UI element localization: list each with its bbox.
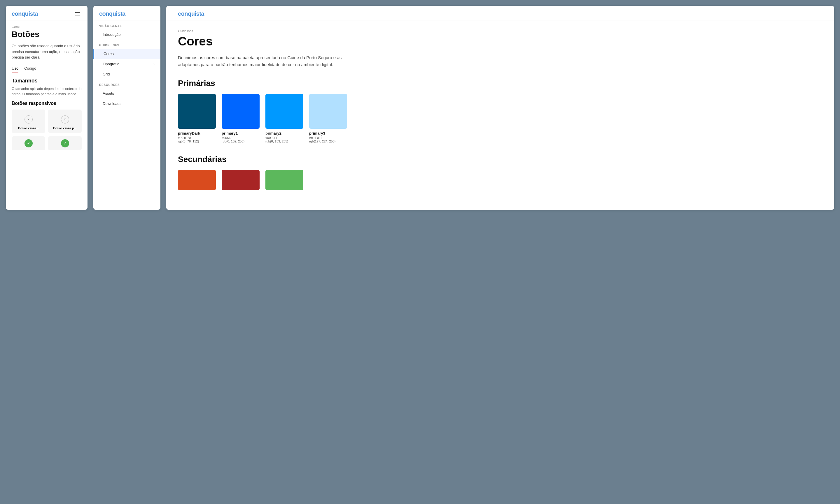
nav-item-downloads-label: Downloads (103, 102, 121, 106)
logo-qu: qu (21, 11, 28, 17)
button-card-2: × Botão cinza p... (48, 110, 82, 133)
secondary-swatch-secondary3 (265, 170, 303, 190)
color-swatch-primaryDark (178, 94, 216, 129)
nav-header: conquista (93, 6, 160, 20)
main-logo: conquista (178, 11, 823, 17)
nav-item-introducao-label: Introdução (103, 32, 120, 37)
mobile-panel-header: conquista (6, 6, 87, 20)
green-circle-1: ✓ (24, 139, 33, 147)
nav-item-tipografia[interactable]: Tipografia › (93, 59, 160, 69)
mobile-tabs: Uso Código (12, 66, 82, 73)
nav-section-visao-geral: VISÃO GERAL (93, 20, 160, 30)
color-hex-primary3: #B1E0FF (309, 136, 347, 140)
mobile-section-tamanhos: Tamanhos (12, 78, 82, 84)
hamburger-line-2 (75, 14, 80, 14)
color-card-sec-secondary1 (178, 170, 216, 190)
tab-codigo[interactable]: Código (24, 66, 36, 73)
color-card-sec-secondary3 (265, 170, 303, 190)
logo: conquista (12, 11, 38, 17)
nav-item-tipografia-label: Tipografia (103, 62, 119, 66)
color-name-primary3: primary3 (309, 131, 347, 136)
nav-logo-ista: ista (116, 11, 125, 17)
button-card-icon-1: × (24, 115, 33, 124)
color-hex-primaryDark: #004E70 (178, 136, 216, 140)
hamburger-line-1 (75, 12, 80, 13)
button-card-1: × Botão cinza... (12, 110, 45, 133)
color-card-primary1: primary1 #0066FF rgb(0, 102, 255) (222, 94, 260, 143)
nav-item-grid[interactable]: Grid (93, 69, 160, 79)
nav-item-assets-label: Assets (103, 91, 114, 95)
nav-chevron-tipografia: › (153, 62, 155, 66)
button-card-green-1: ✓ (12, 136, 45, 150)
main-description: Definimos as cores com base na paleta ap… (178, 54, 353, 68)
color-swatch-primary1 (222, 94, 260, 129)
color-name-primaryDark: primaryDark (178, 131, 216, 136)
button-grid: × Botão cinza... × Botão cinza p... (12, 110, 82, 133)
logo-con: con (12, 11, 21, 17)
nav-item-assets[interactable]: Assets (93, 88, 160, 98)
nav-section-guidelines: GUIDELINES (93, 40, 160, 49)
nav-logo: conquista (99, 11, 155, 17)
main-logo-qu: qu (188, 11, 194, 17)
color-name-primary2: primary2 (265, 131, 303, 136)
color-hex-primary1: #0066FF (222, 136, 260, 140)
mobile-section-responsivos: Botões responsivos (12, 101, 82, 106)
nav-item-cores-label: Cores (104, 52, 114, 56)
green-circle-2: ✓ (61, 139, 69, 147)
nav-item-grid-label: Grid (103, 72, 110, 76)
nav-logo-con: con (99, 11, 109, 17)
main-breadcrumb: Guidelines (178, 29, 823, 33)
color-name-primary1: primary1 (222, 131, 260, 136)
mobile-section-tamanhos-text: O tamanho aplicado depende do contexto d… (12, 86, 82, 97)
color-swatch-primary2 (265, 94, 303, 129)
color-card-primaryDark: primaryDark #004E70 rgb(0, 78, 112) (178, 94, 216, 143)
button-card-label-2: Botão cinza p... (53, 126, 77, 130)
main-title: Cores (178, 34, 823, 48)
nav-panel: conquista VISÃO GERAL Introdução GUIDELI… (93, 6, 160, 210)
logo-ista: ista (29, 11, 38, 17)
color-rgb-primary3: rgb(177, 224, 255) (309, 140, 347, 143)
color-rgb-primaryDark: rgb(0, 78, 112) (178, 140, 216, 143)
nav-section-resources: RESOURCES (93, 79, 160, 88)
color-rgb-primary2: rgb(0, 153, 255) (265, 140, 303, 143)
secundarias-title: Secundárias (178, 155, 823, 164)
button-card-label-1: Botão cinza... (18, 126, 39, 130)
color-card-primary3: primary3 #B1E0FF rgb(177, 224, 255) (309, 94, 347, 143)
color-card-primary2: primary2 #0099FF rgb(0, 153, 255) (265, 94, 303, 143)
nav-item-downloads[interactable]: Downloads (93, 98, 160, 109)
nav-item-introducao[interactable]: Introdução (93, 30, 160, 40)
nav-logo-qu: qu (109, 11, 116, 17)
secondary-swatch-secondary2 (222, 170, 260, 190)
color-card-sec-secondary2 (222, 170, 260, 190)
button-card-green-2: ✓ (48, 136, 82, 150)
mobile-content: Geral Botões Os botões são usados quando… (6, 20, 87, 159)
main-panel-header: conquista (166, 6, 834, 20)
hamburger-icon[interactable] (73, 11, 82, 17)
main-panel: conquista Guidelines Cores Definimos as … (166, 6, 834, 210)
color-swatch-primary3 (309, 94, 347, 129)
hamburger-line-3 (75, 15, 80, 15)
mobile-page-description: Os botões são usados quando o usuário pr… (12, 43, 82, 60)
secondary-color-grid (178, 170, 823, 190)
color-hex-primary2: #0099FF (265, 136, 303, 140)
main-logo-ista: ista (195, 11, 204, 17)
tab-uso[interactable]: Uso (12, 66, 18, 73)
button-card-icon-2: × (61, 115, 69, 124)
mobile-page-title: Botões (12, 30, 82, 39)
primary-color-grid: primaryDark #004E70 rgb(0, 78, 112) prim… (178, 94, 823, 143)
mobile-panel: conquista Geral Botões Os botões são usa… (6, 6, 87, 210)
color-rgb-primary1: rgb(0, 102, 255) (222, 140, 260, 143)
primarias-title: Primárias (178, 79, 823, 88)
main-logo-con: con (178, 11, 188, 17)
mobile-breadcrumb: Geral (12, 25, 82, 29)
secondary-section: Secundárias (178, 155, 823, 190)
secondary-swatch-secondary1 (178, 170, 216, 190)
button-grid-2: ✓ ✓ (12, 136, 82, 150)
nav-item-cores[interactable]: Cores (93, 49, 160, 59)
main-content: Guidelines Cores Definimos as cores com … (166, 20, 834, 199)
